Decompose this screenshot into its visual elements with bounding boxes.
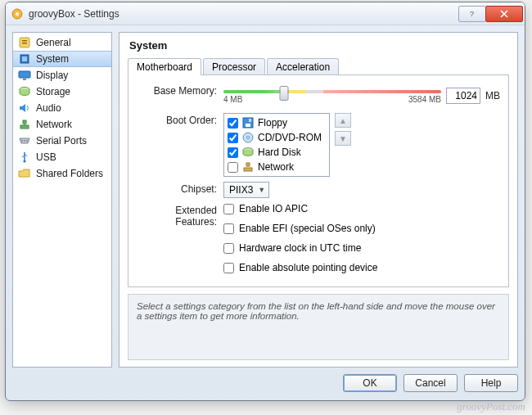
svg-rect-4 <box>22 40 27 42</box>
boot-item-network[interactable]: Network <box>226 160 327 174</box>
boot-checkbox[interactable] <box>228 147 238 158</box>
sidebar-item-general[interactable]: General <box>13 34 111 51</box>
sidebar-item-storage[interactable]: Storage <box>13 83 111 100</box>
slider-handle[interactable] <box>280 86 289 101</box>
sidebar-item-label: Display <box>36 70 68 81</box>
svg-rect-12 <box>23 120 26 124</box>
svg-point-16 <box>26 140 28 142</box>
sidebar-item-label: System <box>36 53 69 65</box>
monitor-icon <box>18 69 31 82</box>
chipset-select[interactable]: PIIX3 ▼ <box>223 182 269 198</box>
base-memory-label: Base Memory: <box>137 83 223 97</box>
page-title: System <box>129 39 509 52</box>
ok-button[interactable]: OK <box>343 374 397 392</box>
svg-point-15 <box>24 140 25 142</box>
base-memory-input[interactable] <box>446 88 480 104</box>
window-title: groovyBox - Settings <box>29 8 119 20</box>
sidebar-item-display[interactable]: Display <box>13 67 111 83</box>
boot-item-cd[interactable]: CD/DVD-ROM <box>226 130 327 145</box>
boot-checkbox[interactable] <box>228 133 238 143</box>
sidebar-item-usb[interactable]: USB <box>13 149 111 165</box>
titlebar[interactable]: groovyBox - Settings ? <box>6 2 525 25</box>
memory-min-label: 4 MB <box>223 95 242 104</box>
category-sidebar: General System Display Storage Audio Net… <box>12 32 112 368</box>
svg-point-17 <box>23 160 25 162</box>
svg-rect-9 <box>23 79 26 80</box>
boot-item-label: Hard Disk <box>258 147 301 158</box>
boot-item-harddisk[interactable]: Hard Disk <box>226 145 327 160</box>
chip-icon <box>18 52 31 65</box>
folder-icon <box>18 167 31 180</box>
sidebar-item-label: Network <box>36 119 72 130</box>
memory-unit: MB <box>485 90 500 101</box>
audio-icon <box>18 101 31 115</box>
close-window-button[interactable] <box>485 6 523 22</box>
harddisk-icon <box>241 146 255 159</box>
svg-point-14 <box>21 140 23 142</box>
boot-move-down-button[interactable]: ▼ <box>335 131 351 146</box>
sidebar-item-label: Shared Folders <box>36 168 103 179</box>
svg-rect-5 <box>22 43 27 44</box>
memory-max-label: 3584 MB <box>408 95 441 104</box>
settings-dialog: groovyBox - Settings ? General System Di… <box>5 2 525 401</box>
chipset-value: PIIX3 <box>229 184 253 196</box>
svg-rect-8 <box>19 71 30 78</box>
floppy-icon <box>241 116 255 129</box>
sidebar-item-audio[interactable]: Audio <box>13 100 111 116</box>
serial-icon <box>18 134 31 147</box>
svg-rect-11 <box>20 125 29 129</box>
tab-acceleration[interactable]: Acceleration <box>267 58 339 75</box>
svg-rect-24 <box>244 168 252 171</box>
sidebar-item-label: USB <box>36 151 56 163</box>
boot-checkbox[interactable] <box>228 118 238 129</box>
usb-icon <box>18 151 31 164</box>
absolute-pointing-checkbox[interactable]: Enable absolute pointing device <box>223 262 377 273</box>
sidebar-item-shared-folders[interactable]: Shared Folders <box>13 165 111 182</box>
enable-efi-checkbox[interactable]: Enable EFI (special OSes only) <box>223 223 376 234</box>
sidebar-item-label: Serial Ports <box>36 135 87 147</box>
boot-move-up-button[interactable]: ▲ <box>335 113 351 128</box>
disk-icon <box>18 85 31 98</box>
enable-io-apic-checkbox[interactable]: Enable IO APIC <box>223 203 308 214</box>
watermark: groovyPost.com <box>457 400 525 413</box>
tab-processor[interactable]: Processor <box>203 58 265 75</box>
svg-rect-19 <box>246 124 250 127</box>
svg-text:?: ? <box>470 10 474 18</box>
arrow-up-icon: ▲ <box>339 116 347 125</box>
svg-point-1 <box>16 11 19 15</box>
boot-item-label: CD/DVD-ROM <box>258 132 322 143</box>
sidebar-item-label: General <box>36 37 71 48</box>
tab-panel-motherboard: Base Memory: 4 MB 3584 MB <box>128 74 509 287</box>
tab-motherboard[interactable]: Motherboard <box>128 58 201 75</box>
sidebar-item-label: Audio <box>36 102 61 114</box>
sidebar-item-label: Storage <box>36 86 70 97</box>
base-memory-slider[interactable]: 4 MB 3584 MB <box>223 83 441 108</box>
sidebar-item-serial-ports[interactable]: Serial Ports <box>13 133 111 149</box>
info-hint: Select a settings category from the list… <box>128 294 509 360</box>
svg-rect-7 <box>22 56 27 61</box>
extended-features-label: Extended Features: <box>137 203 223 228</box>
boot-item-floppy[interactable]: Floppy <box>226 115 327 130</box>
app-gear-icon <box>11 7 24 20</box>
network-icon <box>18 118 31 131</box>
sidebar-item-system[interactable]: System <box>13 51 111 67</box>
boot-item-label: Floppy <box>258 117 287 129</box>
svg-rect-25 <box>246 163 250 166</box>
lan-icon <box>241 160 255 174</box>
hardware-clock-utc-checkbox[interactable]: Hardware clock in UTC time <box>223 242 361 254</box>
svg-rect-20 <box>249 119 251 122</box>
sidebar-item-network[interactable]: Network <box>13 116 111 133</box>
boot-order-list[interactable]: Floppy CD/DVD-ROM Hard Disk <box>223 113 330 177</box>
chipset-label: Chipset: <box>137 182 223 195</box>
cancel-button[interactable]: Cancel <box>404 374 458 392</box>
boot-order-label: Boot Order: <box>137 113 223 126</box>
chevron-down-icon: ▼ <box>258 186 265 194</box>
boot-item-label: Network <box>258 161 294 173</box>
help-button[interactable]: Help <box>464 374 518 392</box>
boot-checkbox[interactable] <box>228 162 238 173</box>
help-window-button[interactable]: ? <box>458 6 486 22</box>
svg-point-22 <box>247 137 250 139</box>
settings-panel: System Motherboard Processor Acceleratio… <box>119 32 518 368</box>
disc-icon <box>241 131 255 144</box>
arrow-down-icon: ▼ <box>339 134 347 143</box>
